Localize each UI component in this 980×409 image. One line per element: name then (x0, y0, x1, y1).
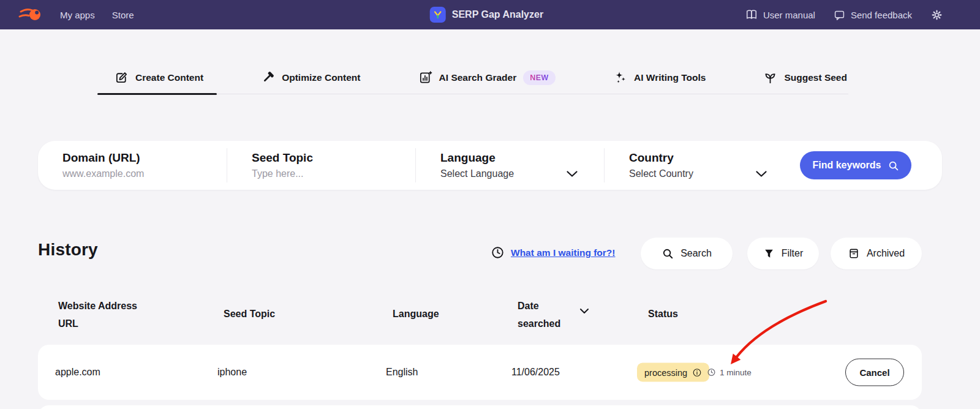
book-icon (745, 9, 758, 21)
settings-gear-icon[interactable] (930, 9, 943, 21)
waiting-info: What am I waiting for?! (491, 246, 616, 260)
archive-box-icon (848, 247, 860, 260)
country-select[interactable]: Select Country (629, 168, 767, 179)
archived-button[interactable]: Archived (831, 238, 922, 269)
tab-create-content[interactable]: Create Content (113, 61, 205, 94)
send-feedback-button[interactable]: Send feedback (834, 9, 912, 21)
table-row: apple.com iphone English 11/06/2025 proc… (38, 345, 922, 400)
tab-ai-writing-tools[interactable]: AI Writing Tools (612, 61, 707, 94)
nav-store[interactable]: Store (112, 10, 134, 20)
grader-chart-icon (418, 70, 432, 84)
date-sort-chevron-icon[interactable] (579, 308, 589, 314)
filter-funnel-icon (763, 248, 775, 260)
nav-my-apps[interactable]: My apps (60, 10, 95, 20)
col-header-seed-topic: Seed Topic (224, 305, 275, 323)
cancel-button[interactable]: Cancel (845, 359, 904, 386)
country-field: Country Select Country (605, 151, 788, 179)
status-badge: processing (637, 363, 709, 382)
row-date: 11/06/2025 (511, 367, 560, 378)
user-manual-button[interactable]: User manual (745, 9, 815, 21)
row-seed-topic: iphone (217, 367, 247, 378)
info-icon[interactable] (692, 367, 702, 377)
col-header-status: Status (648, 305, 678, 323)
next-row-partial (38, 405, 922, 409)
semrush-logo-icon[interactable] (18, 6, 43, 23)
app-logo-icon (430, 7, 446, 23)
serp-gap-analyzer-page: My apps Store SERP Gap Analyzer (0, 0, 980, 409)
row-language: English (386, 367, 418, 378)
tab-optimize-content[interactable]: Optimize Content (260, 61, 361, 94)
seed-topic-field: Seed Topic (227, 151, 415, 179)
language-field: Language Select Language (416, 151, 604, 179)
domain-label: Domain (URL) (62, 151, 227, 165)
search-icon (888, 160, 899, 171)
feature-tabs: Create Content Optimize Content (113, 61, 848, 94)
waiting-link[interactable]: What am I waiting for?! (511, 247, 616, 258)
clock-icon (491, 246, 505, 260)
hammer-icon (261, 70, 275, 84)
seed-topic-label: Seed Topic (252, 151, 415, 165)
elapsed-time: 1 minute (707, 368, 752, 377)
sparkles-icon (613, 70, 627, 84)
history-title: History (38, 240, 98, 260)
col-header-website: Website Address URL (58, 297, 156, 332)
domain-input[interactable] (62, 168, 210, 179)
domain-field: Domain (URL) (38, 151, 227, 179)
chevron-down-icon (755, 170, 767, 178)
search-icon (662, 247, 674, 260)
find-keywords-button[interactable]: Find keywords (800, 151, 911, 179)
clock-icon (707, 368, 716, 377)
language-label: Language (440, 151, 604, 165)
seed-topic-input[interactable] (252, 168, 399, 179)
feedback-bubble-icon (834, 9, 845, 21)
app-title: SERP Gap Analyzer (452, 9, 543, 20)
new-badge: NEW (523, 70, 556, 85)
tab-ai-search-grader[interactable]: AI Search Grader NEW (417, 61, 557, 94)
search-button[interactable]: Search (641, 238, 733, 269)
edit-pencil-icon (115, 70, 129, 84)
row-website: apple.com (55, 367, 100, 378)
country-label: Country (629, 151, 767, 165)
language-select[interactable]: Select Language (440, 168, 604, 179)
filter-button[interactable]: Filter (747, 238, 819, 269)
keyword-search-form: Domain (URL) Seed Topic Language Select … (38, 141, 942, 190)
tab-suggest-seed[interactable]: Suggest Seed (762, 61, 848, 94)
seedling-icon (763, 70, 777, 84)
topbar: My apps Store SERP Gap Analyzer (0, 0, 980, 29)
col-header-language: Language (393, 305, 439, 323)
col-header-date-searched: Date searched (518, 297, 574, 332)
chevron-down-icon (566, 170, 578, 178)
